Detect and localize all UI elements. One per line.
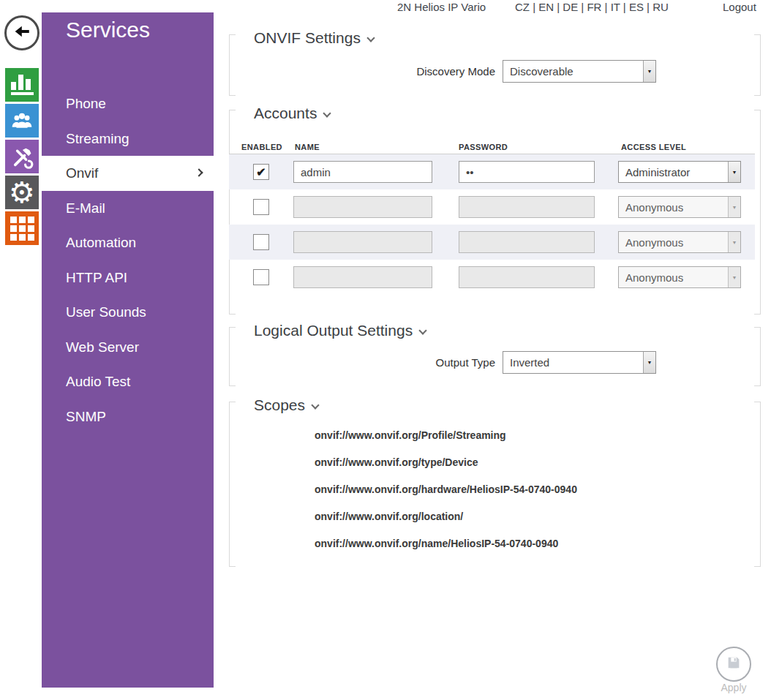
- enabled-checkbox[interactable]: ✔: [253, 164, 269, 180]
- dropdown-button: ▼: [728, 232, 740, 252]
- language-link-en[interactable]: EN: [538, 1, 563, 13]
- directory-icon[interactable]: [5, 104, 39, 138]
- bracket-right: [754, 34, 761, 96]
- dropdown-arrow-icon: ▼: [732, 170, 737, 175]
- scopes-list: onvif://www.onvif.org/Profile/Streaming …: [315, 422, 577, 557]
- sidebar-item-audio-test[interactable]: Audio Test: [42, 364, 214, 399]
- access-level-select: Anonymous ▼: [618, 196, 741, 218]
- section-title[interactable]: Scopes: [254, 396, 318, 414]
- language-link-it[interactable]: IT: [611, 1, 629, 13]
- col-name: NAME: [295, 143, 320, 151]
- language-link-ru[interactable]: RU: [652, 1, 669, 13]
- enabled-checkbox[interactable]: [253, 234, 269, 250]
- chevron-down-icon: [311, 401, 319, 409]
- col-enabled: ENABLED: [241, 143, 282, 151]
- apply-button[interactable]: [716, 647, 751, 682]
- sidebar-item-email[interactable]: E-Mail: [42, 191, 214, 226]
- enabled-checkbox[interactable]: [253, 269, 269, 285]
- section-logical-output: Logical Output Settings Output Type Inve…: [229, 327, 761, 386]
- output-type-label: Output Type: [229, 356, 495, 369]
- scope-entry: onvif://www.onvif.org/hardware/HeliosIP-…: [315, 476, 577, 503]
- dropdown-arrow-icon: ▼: [732, 240, 737, 245]
- back-arrow-icon: [12, 22, 31, 44]
- output-type-select[interactable]: Inverted ▼: [503, 351, 656, 374]
- language-link-de[interactable]: DE: [563, 1, 587, 13]
- chevron-down-icon: [366, 34, 375, 42]
- sidebar-item-onvif[interactable]: Onvif: [42, 156, 214, 191]
- sidebar-item-web-server[interactable]: Web Server: [42, 330, 214, 365]
- sidebar-item-http-api[interactable]: HTTP API: [42, 260, 214, 296]
- enabled-checkbox[interactable]: [253, 199, 269, 215]
- back-button[interactable]: [4, 15, 40, 50]
- table-row: Anonymous ▼: [229, 225, 755, 260]
- scope-entry: onvif://www.onvif.org/Profile/Streaming: [315, 422, 577, 449]
- apply-button-label: Apply: [710, 682, 757, 693]
- section-scopes: Scopes onvif://www.onvif.org/Profile/Str…: [229, 402, 761, 567]
- discovery-mode-select[interactable]: Discoverable ▼: [503, 60, 656, 83]
- bracket-right: [754, 327, 761, 386]
- name-input: [293, 231, 432, 253]
- stats-icon[interactable]: [5, 68, 39, 102]
- discovery-mode-label: Discovery Mode: [229, 65, 495, 78]
- dropdown-arrow-icon: ▼: [647, 69, 652, 74]
- scope-entry: onvif://www.onvif.org/type/Device: [315, 449, 577, 476]
- table-row: Anonymous ▼: [229, 260, 755, 295]
- bracket-right: [754, 110, 761, 315]
- icon-rail: ⚙: [0, 0, 42, 700]
- col-password: PASSWORD: [459, 143, 508, 151]
- section-onvif-settings: ONVIF Settings Discovery Mode Discoverab…: [229, 34, 761, 96]
- services-icon[interactable]: [5, 211, 39, 245]
- dropdown-button: ▼: [728, 267, 740, 287]
- logout-link[interactable]: Logout: [723, 1, 756, 14]
- bracket-left: [229, 402, 236, 567]
- password-input: [459, 231, 595, 253]
- hardware-icon[interactable]: [5, 140, 39, 173]
- bracket-right: [754, 402, 761, 567]
- dropdown-arrow-icon: ▼: [647, 360, 652, 365]
- device-title: 2N Helios IP Vario: [397, 1, 486, 14]
- password-input: [459, 266, 595, 288]
- sidebar-item-streaming[interactable]: Streaming: [42, 121, 214, 157]
- dropdown-button[interactable]: ▼: [728, 162, 740, 182]
- accounts-rows: ✔ Administrator ▼ Anonymous ▼ Anonymous: [229, 154, 755, 295]
- sidebar-item-user-sounds[interactable]: User Sounds: [42, 295, 214, 330]
- dropdown-arrow-icon: ▼: [732, 205, 737, 210]
- sidebar-menu: Phone Streaming Onvif E-Mail Automation …: [42, 86, 214, 434]
- sidebar-item-snmp[interactable]: SNMP: [42, 399, 214, 434]
- top-bar: 2N Helios IP Vario CZENDEFRITESRU Logout: [0, 0, 771, 15]
- name-input: [293, 196, 432, 218]
- dropdown-button[interactable]: ▼: [643, 61, 655, 82]
- save-floppy-icon: [726, 655, 742, 674]
- system-icon[interactable]: ⚙: [5, 176, 39, 209]
- password-input[interactable]: [459, 161, 595, 183]
- chevron-down-icon: [418, 326, 426, 334]
- language-link-fr[interactable]: FR: [587, 1, 610, 13]
- section-title[interactable]: ONVIF Settings: [254, 29, 374, 47]
- dropdown-button[interactable]: ▼: [643, 352, 655, 373]
- sidebar-item-automation[interactable]: Automation: [42, 225, 214, 260]
- password-input: [459, 196, 595, 218]
- access-level-select[interactable]: Administrator ▼: [618, 161, 741, 183]
- col-access-level: ACCESS LEVEL: [621, 143, 686, 151]
- dropdown-button: ▼: [728, 197, 740, 217]
- name-input[interactable]: [293, 161, 432, 183]
- chevron-down-icon: [323, 109, 331, 117]
- scope-entry: onvif://www.onvif.org/location/: [315, 503, 577, 530]
- sidebar: Services Phone Streaming Onvif E-Mail Au…: [42, 12, 214, 688]
- access-level-select: Anonymous ▼: [618, 231, 741, 253]
- section-title[interactable]: Logical Output Settings: [254, 322, 426, 339]
- table-row: Anonymous ▼: [229, 189, 755, 225]
- language-link-cz[interactable]: CZ: [515, 1, 538, 13]
- access-level-select: Anonymous ▼: [618, 266, 741, 288]
- dropdown-arrow-icon: ▼: [732, 275, 737, 280]
- section-accounts: Accounts ENABLED NAME PASSWORD ACCESS LE…: [229, 110, 761, 315]
- sidebar-item-phone[interactable]: Phone: [42, 86, 214, 121]
- section-title[interactable]: Accounts: [254, 105, 330, 122]
- sidebar-title: Services: [66, 18, 150, 42]
- chevron-right-icon: [195, 168, 203, 176]
- language-switcher: CZENDEFRITESRU: [515, 1, 669, 14]
- language-link-es[interactable]: ES: [629, 1, 652, 13]
- table-row: ✔ Administrator ▼: [229, 154, 755, 189]
- name-input: [293, 266, 432, 288]
- scope-entry: onvif://www.onvif.org/name/HeliosIP-54-0…: [315, 530, 577, 557]
